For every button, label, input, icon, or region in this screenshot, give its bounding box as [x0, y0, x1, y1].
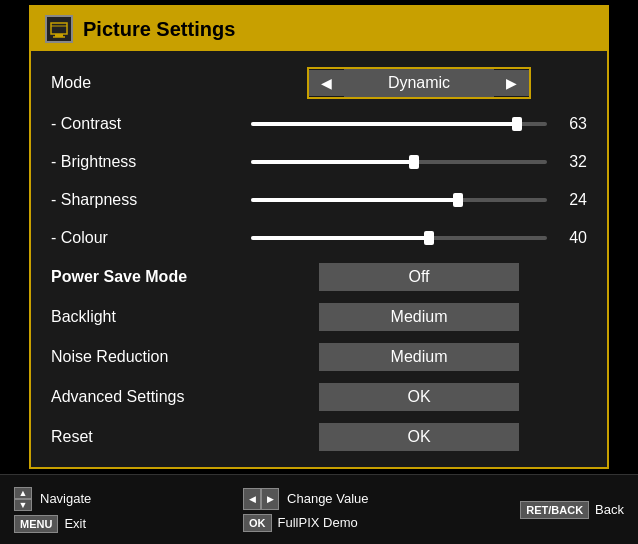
back-item: RET/BACK Back [520, 501, 624, 519]
sharpness-thumb [453, 193, 463, 207]
fullpix-label: FullPIX Demo [278, 515, 358, 530]
down-arrow-icon: ▼ [14, 499, 32, 511]
colour-control: 40 [251, 229, 587, 247]
brightness-value: 32 [557, 153, 587, 171]
brightness-row: - Brightness 32 [31, 143, 607, 181]
sharpness-label: - Sharpness [51, 191, 251, 209]
change-value-label: Change Value [287, 491, 368, 506]
contrast-track[interactable] [251, 122, 547, 126]
contrast-fill [251, 122, 517, 126]
nav-up-down-arrows: ▲ ▼ [14, 487, 32, 511]
backlight-value: Medium [319, 303, 519, 331]
reset-row[interactable]: Reset OK [31, 417, 607, 457]
colour-fill [251, 236, 429, 240]
reset-label: Reset [51, 428, 251, 446]
mode-selector[interactable]: ◀ Dynamic ▶ [307, 67, 531, 99]
sharpness-fill [251, 198, 458, 202]
power-save-row[interactable]: Power Save Mode Off [31, 257, 607, 297]
main-content: Picture Settings Mode ◀ Dynamic ▶ [0, 0, 638, 474]
exit-item: MENU Exit [14, 515, 91, 533]
sharpness-control: 24 [251, 191, 587, 209]
mode-label: Mode [51, 74, 251, 92]
power-save-control: Off [251, 263, 587, 291]
mode-left-arrow[interactable]: ◀ [309, 70, 344, 96]
fullpix-item: OK FullPIX Demo [243, 514, 368, 532]
up-arrow-icon: ▲ [14, 487, 32, 499]
contrast-value: 63 [557, 115, 587, 133]
right-arrow-icon: ▶ [261, 488, 279, 510]
contrast-control: 63 [251, 115, 587, 133]
change-value-item: ◀ ▶ Change Value [243, 488, 368, 510]
menu-key[interactable]: MENU [14, 515, 58, 533]
backlight-row[interactable]: Backlight Medium [31, 297, 607, 337]
back-key[interactable]: RET/BACK [520, 501, 589, 519]
noise-reduction-control: Medium [251, 343, 587, 371]
sharpness-track[interactable] [251, 198, 547, 202]
brightness-label: - Brightness [51, 153, 251, 171]
navigate-label: Navigate [40, 491, 91, 506]
settings-panel: Picture Settings Mode ◀ Dynamic ▶ [29, 5, 609, 469]
power-save-value: Off [319, 263, 519, 291]
backlight-control: Medium [251, 303, 587, 331]
brightness-thumb [409, 155, 419, 169]
advanced-settings-value: OK [319, 383, 519, 411]
sharpness-row: - Sharpness 24 [31, 181, 607, 219]
reset-value: OK [319, 423, 519, 451]
advanced-settings-row[interactable]: Advanced Settings OK [31, 377, 607, 417]
brightness-track[interactable] [251, 160, 547, 164]
panel-body: Mode ◀ Dynamic ▶ - Contrast [31, 51, 607, 467]
sharpness-value: 24 [557, 191, 587, 209]
advanced-settings-label: Advanced Settings [51, 388, 251, 406]
advanced-settings-control: OK [251, 383, 587, 411]
svg-rect-0 [51, 23, 67, 34]
contrast-label: - Contrast [51, 115, 251, 133]
sliders-container: - Contrast 63 - Brightness [31, 105, 607, 257]
panel-header: Picture Settings [31, 7, 607, 51]
back-label: Back [595, 502, 624, 517]
panel-title: Picture Settings [83, 18, 235, 41]
contrast-row: - Contrast 63 [31, 105, 607, 143]
backlight-label: Backlight [51, 308, 251, 326]
mode-right-arrow[interactable]: ▶ [494, 70, 529, 96]
colour-track[interactable] [251, 236, 547, 240]
footer-center: ◀ ▶ Change Value OK FullPIX Demo [243, 488, 368, 532]
nav-lr-arrows: ◀ ▶ [243, 488, 279, 510]
brightness-fill [251, 160, 414, 164]
screen: Picture Settings Mode ◀ Dynamic ▶ [0, 0, 638, 544]
ok-key[interactable]: OK [243, 514, 272, 532]
mode-row: Mode ◀ Dynamic ▶ [31, 61, 607, 105]
noise-reduction-value: Medium [319, 343, 519, 371]
colour-label: - Colour [51, 229, 251, 247]
exit-label: Exit [64, 516, 86, 531]
noise-reduction-label: Noise Reduction [51, 348, 251, 366]
mode-control: ◀ Dynamic ▶ [251, 67, 587, 99]
left-arrow-icon: ◀ [243, 488, 261, 510]
colour-thumb [424, 231, 434, 245]
mode-value: Dynamic [344, 69, 494, 97]
settings-icon [45, 15, 73, 43]
noise-reduction-row[interactable]: Noise Reduction Medium [31, 337, 607, 377]
colour-value: 40 [557, 229, 587, 247]
brightness-control: 32 [251, 153, 587, 171]
power-save-label: Power Save Mode [51, 268, 251, 286]
reset-control: OK [251, 423, 587, 451]
navigate-item: ▲ ▼ Navigate [14, 487, 91, 511]
contrast-thumb [512, 117, 522, 131]
footer-right: RET/BACK Back [520, 501, 624, 519]
colour-row: - Colour 40 [31, 219, 607, 257]
footer: ▲ ▼ Navigate MENU Exit ◀ ▶ Change Value … [0, 474, 638, 544]
footer-left: ▲ ▼ Navigate MENU Exit [14, 487, 91, 533]
